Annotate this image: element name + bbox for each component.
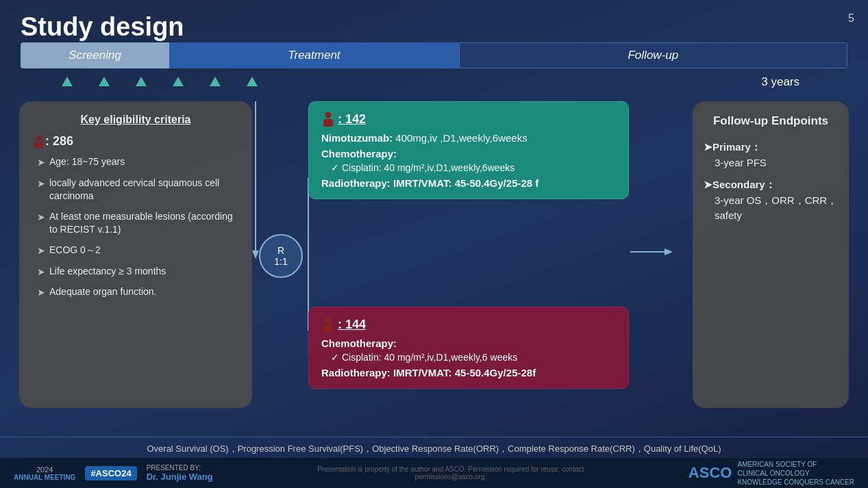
treatment-upper-box: : 142 Nimotuzumab: 400mg,iv ,D1,weekly,6… bbox=[308, 101, 629, 199]
randomization-circle: R 1:1 bbox=[259, 234, 303, 278]
svg-point-12 bbox=[325, 112, 332, 118]
criteria-text-5: Life expectancy ≥ 3 months bbox=[49, 265, 166, 279]
lower-cisplatin-text: Cisplatin: 40 mg/m²,iv,D1,weekly,6 weeks bbox=[342, 352, 517, 363]
asco-subtitle: AMERICAN SOCIETY OFCLINICAL ONCOLOGYKNOW… bbox=[737, 460, 854, 487]
svg-rect-1 bbox=[35, 142, 44, 149]
phase-bar: Screening Treatment Follow-up bbox=[21, 42, 847, 68]
criteria-item-1: ➤ Age: 18~75 years bbox=[33, 155, 238, 170]
bullet-4: ➤ bbox=[37, 244, 45, 258]
checkmark-lower: ✓ bbox=[331, 352, 339, 363]
bullet-6: ➤ bbox=[37, 286, 45, 300]
lower-chemo-label: Chemotherapy: bbox=[321, 337, 616, 349]
svg-point-14 bbox=[325, 318, 332, 324]
upper-nimotuzumab: Nimotuzumab: 400mg,iv ,D1,weekly,6weeks bbox=[321, 132, 616, 144]
lower-header: : 144 bbox=[321, 317, 616, 332]
treatment-lower-box: : 144 Chemotherapy: ✓ Cisplatin: 40 mg/m… bbox=[308, 307, 629, 389]
footer-abbreviations: Overal Survival (OS)，Progression Free Su… bbox=[0, 437, 868, 455]
nimotuzumab-detail: 400mg,iv ,D1,weekly,6weeks bbox=[393, 132, 527, 144]
bullet-3: ➤ bbox=[37, 211, 45, 224]
secondary-value: 3-year OS，ORR，CRR，safety bbox=[704, 193, 838, 224]
criteria-text-1: Age: 18~75 years bbox=[49, 155, 125, 169]
asco-hashtag[interactable]: #ASCO24 bbox=[85, 466, 136, 480]
presenter-name: Dr. Junjie Wang bbox=[147, 472, 213, 482]
arrow-up-1 bbox=[62, 77, 73, 86]
criteria-item-5: ➤ Life expectancy ≥ 3 months bbox=[33, 265, 238, 279]
nimotuzumab-label: Nimotuzumab: bbox=[321, 132, 393, 144]
upper-chemo-label: Chemotherapy: bbox=[321, 148, 616, 159]
year-label: 2024 bbox=[36, 465, 53, 474]
arrow-to-followup bbox=[630, 190, 685, 327]
lower-radio: Radiotherapy: IMRT/VMAT: 45-50.4Gy/25-28… bbox=[321, 367, 616, 378]
eligibility-box: Key eligibility criteria : 286 ➤ Age: 18… bbox=[19, 101, 252, 408]
lower-cisplatin: ✓ Cisplatin: 40 mg/m²,iv,D1,weekly,6 wee… bbox=[321, 352, 616, 363]
svg-marker-17 bbox=[665, 248, 673, 255]
criteria-text-6: Adequate organ function. bbox=[49, 285, 156, 299]
criteria-item-2: ➤ locally advanced cervical squamous cel… bbox=[33, 177, 238, 203]
asco-year-meeting: 2024 ANNUAL MEETING bbox=[14, 465, 75, 481]
slide-title: Study design bbox=[21, 12, 184, 42]
slide-number: 5 bbox=[848, 12, 854, 25]
svg-rect-15 bbox=[323, 324, 333, 332]
lower-patient-count: : 144 bbox=[338, 318, 366, 332]
followup-box: Follow-up Endpoints ➤Primary： 3-year PFS… bbox=[693, 101, 849, 408]
upper-patient-count: : 142 bbox=[338, 112, 366, 127]
lower-patient-icon bbox=[321, 317, 335, 332]
arrow-up-2 bbox=[99, 77, 110, 86]
lower-radio-detail: IMRT/VMAT: 45-50.4Gy/25-28f bbox=[390, 367, 536, 378]
patient-count-line: : 286 bbox=[33, 134, 238, 149]
upper-header: : 142 bbox=[321, 112, 616, 127]
phase-screening: Screening bbox=[21, 42, 169, 68]
bullet-5: ➤ bbox=[37, 266, 45, 279]
radio-detail: IMRT/VMAT: 45-50.4Gy/25-28 f bbox=[390, 177, 538, 189]
criteria-item-3: ➤ At least one measurable lesions (accor… bbox=[33, 210, 238, 237]
footer-right: ASCO AMERICAN SOCIETY OFCLINICAL ONCOLOG… bbox=[689, 460, 854, 487]
svg-point-0 bbox=[36, 135, 42, 140]
patient-icon bbox=[33, 135, 45, 149]
slide: Study design 5 Screening Treatment Follo… bbox=[0, 0, 868, 488]
patient-count: : 286 bbox=[45, 134, 73, 149]
rand-ratio: 1:1 bbox=[274, 256, 287, 267]
secondary-label: ➤Secondary： bbox=[704, 177, 838, 193]
arrow-upper bbox=[301, 190, 315, 252]
meeting-label: ANNUAL MEETING bbox=[14, 474, 75, 481]
phase-treatment: Treatment bbox=[169, 42, 458, 68]
asco-logo-right: ASCO bbox=[689, 464, 732, 482]
bullet-2: ➤ bbox=[37, 177, 45, 191]
followup-title: Follow-up Endpoints bbox=[704, 114, 838, 129]
criteria-text-4: ECOG 0～2 bbox=[49, 244, 101, 257]
criteria-item-6: ➤ Adequate organ function. bbox=[33, 285, 238, 300]
radio-label-text: Radiotherapy: bbox=[321, 177, 390, 189]
svg-marker-3 bbox=[252, 251, 259, 259]
lower-radio-label: Radiotherapy: bbox=[321, 367, 390, 378]
presented-by-label: PRESENTED BY: bbox=[147, 464, 213, 472]
arrow-up-3 bbox=[136, 77, 147, 86]
footer-left: 2024 ANNUAL MEETING #ASCO24 PRESENTED BY… bbox=[14, 464, 213, 482]
primary-value: 3-year PFS bbox=[704, 155, 838, 171]
years-label: 3 years bbox=[761, 75, 799, 89]
rand-label: R bbox=[277, 245, 284, 256]
primary-section: ➤Primary： 3-year PFS bbox=[704, 140, 838, 170]
phase-followup: Follow-up bbox=[459, 42, 847, 68]
upper-patient-icon bbox=[321, 112, 335, 127]
footer-bar: 2024 ANNUAL MEETING #ASCO24 PRESENTED BY… bbox=[0, 458, 868, 488]
primary-label: ➤Primary： bbox=[704, 140, 838, 155]
criteria-text-3: At least one measurable lesions (accordi… bbox=[49, 210, 238, 237]
arrow-up-5 bbox=[210, 77, 221, 86]
criteria-text-2: locally advanced cervical squamous cell … bbox=[49, 177, 238, 203]
arrow-up-4 bbox=[173, 77, 184, 86]
arrow-up-6 bbox=[247, 77, 258, 86]
upper-cisplatin-text: Cisplatin: 40 mg/m²,iv,D1,weekly,6weeks bbox=[342, 162, 514, 173]
bullet-1: ➤ bbox=[37, 156, 45, 170]
upper-radio: Radiotherapy: IMRT/VMAT: 45-50.4Gy/25-28… bbox=[321, 177, 616, 189]
arrows-row bbox=[62, 77, 258, 86]
disclaimer-text: Presentation is property of the author a… bbox=[314, 465, 588, 480]
presenter-section: PRESENTED BY: Dr. Junjie Wang bbox=[147, 464, 213, 482]
criteria-item-4: ➤ ECOG 0～2 bbox=[33, 244, 238, 258]
eligibility-title: Key eligibility criteria bbox=[33, 114, 238, 126]
checkmark-upper: ✓ bbox=[331, 162, 339, 173]
svg-rect-13 bbox=[323, 119, 333, 127]
secondary-section: ➤Secondary： 3-year OS，ORR，CRR，safety bbox=[704, 177, 838, 224]
upper-cisplatin: ✓ Cisplatin: 40 mg/m²,iv,D1,weekly,6week… bbox=[321, 162, 616, 173]
